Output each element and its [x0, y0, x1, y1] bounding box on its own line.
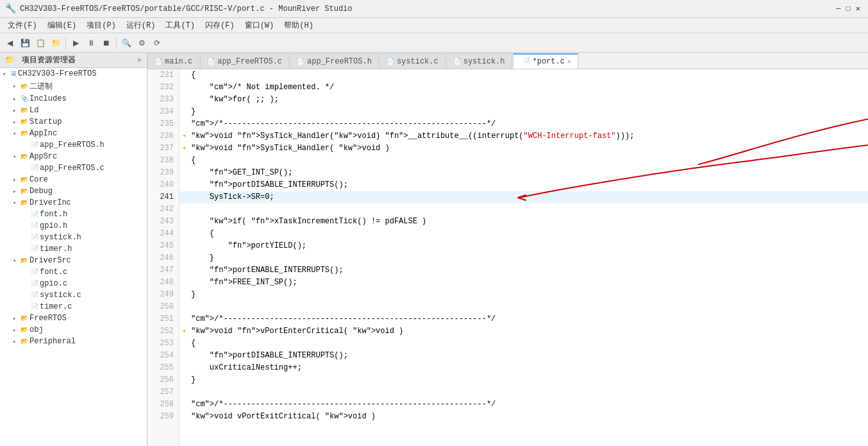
menu-item-4[interactable]: 工具(T) [160, 19, 200, 32]
tree-node-icon: 📄 [31, 164, 38, 172]
tree-item-gpio_h[interactable]: 📄gpio.h [0, 220, 147, 232]
menu-item-0[interactable]: 文件(F) [3, 19, 42, 32]
tree-node-icon: 📂 [21, 176, 28, 184]
tree-node-icon: 📄 [31, 141, 38, 149]
tree-item-timer_c[interactable]: 📄timer.c [0, 301, 147, 313]
line-number: 237 [147, 142, 179, 155]
arrow-marker-icon [182, 118, 191, 130]
tree-item-appinc[interactable]: ▾📂AppInc [0, 128, 147, 139]
menu-item-3[interactable]: 运行(R) [121, 19, 161, 32]
code-text: { [191, 338, 868, 350]
tree-node-label: DriverSrc [29, 256, 71, 265]
code-line: { [179, 228, 868, 240]
tree-item-gpio_c[interactable]: 📄gpio.c [0, 278, 147, 289]
code-content[interactable]: { "cm">/* Not implemented. */ "kw">for( … [179, 69, 868, 446]
tab-0[interactable]: 📄main.c [147, 53, 199, 69]
tree-item-app_freertos_c[interactable]: 📄app_FreeRTOS.c [0, 162, 147, 174]
tab-3[interactable]: 📄systick.c [380, 53, 446, 69]
toolbar-btn-5[interactable]: ▶ [69, 36, 83, 50]
code-line: ➔"kw">void "fn">SysTick_Handler( "kw">vo… [179, 142, 868, 155]
tree-item-driversrc[interactable]: ▾📂DriverSrc [0, 255, 147, 266]
tabs-bar: 📄main.c📄app_FreeRTOS.c📄app_FreeRTOS.h📄sy… [147, 53, 868, 69]
tree-item-timer_h[interactable]: 📄timer.h [0, 243, 147, 255]
tab-label: app_FreeRTOS.c [217, 57, 282, 66]
tree-item-core[interactable]: ▸📂Core [0, 174, 147, 185]
tab-close-icon[interactable]: ✕ [567, 58, 571, 65]
menu-item-7[interactable]: 帮助(H) [279, 19, 319, 32]
toolbar-btn-6[interactable]: ⏸ [84, 36, 98, 50]
tree-node-icon: 📂 [21, 187, 28, 195]
tree-node-label: DriverInc [29, 198, 71, 207]
code-line: ➔"kw">void "fn">vPortEnterCritical( "kw"… [179, 325, 868, 338]
code-line: { [179, 69, 868, 81]
tree-item-peripheral[interactable]: ▸📂Peripheral [0, 336, 147, 347]
line-number: 248 [147, 277, 179, 289]
file-tab-icon: 📄 [297, 58, 305, 65]
tree-item-systick_h[interactable]: 📄systick.h [0, 232, 147, 243]
tree-item-font_h[interactable]: 📄font.h [0, 209, 147, 220]
code-editor[interactable]: 2312322332342352362372382392402412422432… [147, 69, 868, 446]
tree-item-obj[interactable]: ▸📂obj [0, 324, 147, 336]
tab-1[interactable]: 📄app_FreeRTOS.c [200, 53, 289, 69]
code-line: SysTick->SR=0; [179, 191, 868, 203]
toolbar-btn-7[interactable]: ⏹ [99, 36, 113, 50]
code-text: } [191, 106, 868, 118]
arrow-marker-icon [182, 69, 191, 81]
toolbar-btn-1[interactable]: ◀ [3, 36, 17, 50]
expand-arrow-icon: ▾ [3, 71, 10, 78]
tab-label: main.c [165, 57, 192, 66]
tree-item-driverinc[interactable]: ▾📂DriverInc [0, 197, 147, 209]
line-number: 251 [147, 313, 179, 325]
tree-item-includes[interactable]: ▸📎Includes [0, 93, 147, 105]
tree-item-binary[interactable]: ▸📂二进制 [0, 80, 147, 93]
close-btn[interactable]: ✕ [856, 4, 860, 13]
line-numbers: 2312322332342352362372382392402412422432… [147, 69, 179, 446]
expand-arrow-icon: ▸ [13, 83, 21, 90]
menu-item-2[interactable]: 项目(P) [81, 19, 121, 32]
code-line: } [179, 374, 868, 386]
maximize-btn[interactable]: □ [846, 4, 851, 13]
titlebar: 🔧 CH32V303-FreeRTOS/FreeRTOS/portable/GC… [0, 0, 868, 18]
arrow-marker-icon [182, 167, 191, 179]
minimize-btn[interactable]: ─ [836, 4, 840, 13]
tree-item-systick_c[interactable]: 📄systick.c [0, 289, 147, 301]
line-number: 235 [147, 118, 179, 130]
code-line [179, 203, 868, 216]
arrow-marker-icon [182, 399, 191, 411]
menu-item-1[interactable]: 编辑(E) [42, 19, 82, 32]
tab-5[interactable]: 📄*port.c✕ [513, 53, 578, 69]
toolbar-btn-3[interactable]: 📋 [33, 36, 47, 50]
code-text: "fn">portDISABLE_INTERRUPTS(); [191, 179, 868, 191]
sidebar-close-icon[interactable]: ✕ [137, 55, 142, 65]
tree-node-label: 二进制 [29, 81, 53, 92]
tree-item-font_c[interactable]: 📄font.c [0, 266, 147, 278]
code-line: "fn">portDISABLE_INTERRUPTS(); [179, 179, 868, 191]
expand-arrow-icon: ▸ [13, 176, 21, 184]
line-number: 236 [147, 130, 179, 142]
code-line: "fn">portYIELD(); [179, 240, 868, 252]
tree-item-app_freertos_h[interactable]: 📄app_FreeRTOS.h [0, 139, 147, 151]
tab-2[interactable]: 📄app_FreeRTOS.h [290, 53, 379, 69]
toolbar-btn-8[interactable]: 🔍 [119, 36, 133, 50]
toolbar-btn-2[interactable]: 💾 [18, 36, 32, 50]
code-line: { [179, 338, 868, 350]
menu-item-5[interactable]: 闪存(F) [200, 19, 240, 32]
tree-item-ld[interactable]: ▸📂Ld [0, 105, 147, 116]
arrow-marker-icon [182, 362, 191, 374]
tree-item-freertos[interactable]: ▸📂FreeRTOS [0, 313, 147, 324]
menu-item-6[interactable]: 窗口(W) [240, 19, 280, 32]
tree-item-appsrc[interactable]: ▾📂AppSrc [0, 151, 147, 162]
tree-node-label: FreeRTOS [29, 314, 67, 323]
tab-4[interactable]: 📄systick.h [446, 53, 512, 69]
code-text: { [191, 228, 868, 240]
toolbar-btn-10[interactable]: ⟳ [150, 36, 164, 50]
code-line: "fn">portENABLE_INTERRUPTS(); [179, 264, 868, 277]
tree-item-startup[interactable]: ▸📂Startup [0, 116, 147, 128]
tree-node-label: Ld [29, 106, 38, 115]
toolbar-btn-9[interactable]: ⚙ [135, 36, 149, 50]
tree-item-root[interactable]: ▾🖥CH32V303-FreeRTOS [0, 68, 147, 80]
toolbar-btn-4[interactable]: 📁 [49, 36, 63, 50]
tab-label: *port.c [533, 57, 565, 66]
tree-item-debug[interactable]: ▸📂Debug [0, 185, 147, 197]
code-text: "cm">/* Not implemented. */ [191, 81, 868, 94]
